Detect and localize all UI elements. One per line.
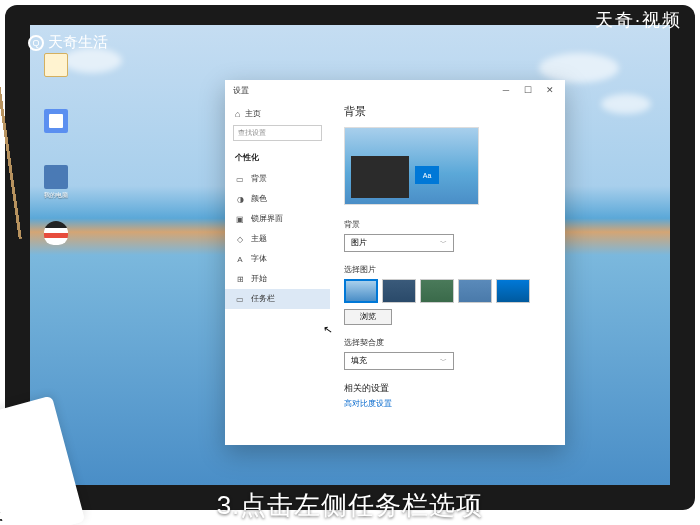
thumbnail[interactable] bbox=[420, 279, 454, 303]
browse-button[interactable]: 浏览 bbox=[344, 309, 392, 325]
background-preview bbox=[344, 127, 479, 205]
thumbnail[interactable] bbox=[344, 279, 378, 303]
browse-label: 浏览 bbox=[360, 312, 376, 322]
desktop-icon-file[interactable] bbox=[40, 53, 72, 91]
sidebar-item-fonts[interactable]: A 字体 bbox=[225, 249, 330, 269]
settings-window: 设置 ─ ☐ ✕ ⌂ 主页 查找设置 bbox=[225, 80, 565, 445]
picture-thumbnails bbox=[344, 279, 551, 303]
qq-icon bbox=[44, 221, 68, 245]
search-input[interactable]: 查找设置 bbox=[233, 125, 322, 141]
desktop-icon-qq[interactable] bbox=[40, 221, 72, 259]
sidebar-item-label: 任务栏 bbox=[251, 294, 275, 304]
background-dropdown[interactable]: 图片 ﹀ bbox=[344, 234, 454, 252]
fit-dropdown-label: 选择契合度 bbox=[344, 337, 551, 348]
sidebar-item-themes[interactable]: ◇ 主题 bbox=[225, 229, 330, 249]
window-title: 设置 bbox=[229, 85, 495, 96]
minimize-button[interactable]: ─ bbox=[495, 81, 517, 99]
brand-name: 天奇 bbox=[595, 10, 635, 30]
video-frame: 我的电脑 设置 ─ ☐ ✕ bbox=[0, 0, 700, 525]
background-dropdown-label: 背景 bbox=[344, 219, 551, 230]
home-icon: ⌂ bbox=[235, 109, 240, 119]
maximize-button[interactable]: ☐ bbox=[517, 81, 539, 99]
titlebar[interactable]: 设置 ─ ☐ ✕ bbox=[225, 80, 565, 100]
sidebar-item-label: 主题 bbox=[251, 234, 267, 244]
fonts-icon: A bbox=[235, 254, 245, 264]
settings-sidebar: ⌂ 主页 查找设置 个性化 ▭ 背景 ◑ 颜色 bbox=[225, 100, 330, 445]
brand-text: 天奇生活 bbox=[48, 33, 108, 52]
dropdown-value: 填充 bbox=[351, 356, 367, 366]
close-button[interactable]: ✕ bbox=[539, 81, 561, 99]
window-content: ⌂ 主页 查找设置 个性化 ▭ 背景 ◑ 颜色 bbox=[225, 100, 565, 445]
desktop-icon-browser[interactable] bbox=[40, 109, 72, 147]
icon-label: 我的电脑 bbox=[44, 191, 68, 200]
subtitle-caption: 3.点击左侧任务栏选项 bbox=[0, 488, 700, 523]
dropdown-value: 图片 bbox=[351, 238, 367, 248]
sidebar-item-start[interactable]: ⊞ 开始 bbox=[225, 269, 330, 289]
browser-icon bbox=[44, 109, 68, 133]
sidebar-item-colors[interactable]: ◑ 颜色 bbox=[225, 189, 330, 209]
sidebar-item-label: 颜色 bbox=[251, 194, 267, 204]
themes-icon: ◇ bbox=[235, 234, 245, 244]
desktop-icon-pc[interactable]: 我的电脑 bbox=[40, 165, 72, 203]
sidebar-item-label: 背景 bbox=[251, 174, 267, 184]
sidebar-item-label: 字体 bbox=[251, 254, 267, 264]
colors-icon: ◑ bbox=[235, 194, 245, 204]
home-label: 主页 bbox=[245, 108, 261, 119]
thumbnail[interactable] bbox=[458, 279, 492, 303]
preview-panel bbox=[351, 156, 409, 198]
sidebar-item-taskbar[interactable]: ▭ 任务栏 bbox=[225, 289, 330, 309]
tablet-bezel: 我的电脑 设置 ─ ☐ ✕ bbox=[5, 5, 695, 510]
choose-picture-label: 选择图片 bbox=[344, 264, 551, 275]
related-link[interactable]: 高对比度设置 bbox=[344, 399, 551, 409]
cloud-decoration bbox=[539, 53, 619, 83]
home-link[interactable]: ⌂ 主页 bbox=[225, 106, 330, 125]
thumbnail[interactable] bbox=[382, 279, 416, 303]
chevron-down-icon: ﹀ bbox=[440, 238, 447, 248]
sidebar-item-label: 开始 bbox=[251, 274, 267, 284]
start-icon: ⊞ bbox=[235, 274, 245, 284]
window-buttons: ─ ☐ ✕ bbox=[495, 81, 561, 99]
sidebar-item-lockscreen[interactable]: ▣ 锁屏界面 bbox=[225, 209, 330, 229]
sidebar-item-background[interactable]: ▭ 背景 bbox=[225, 169, 330, 189]
desktop-screen: 我的电脑 设置 ─ ☐ ✕ bbox=[30, 25, 670, 485]
pc-icon bbox=[44, 165, 68, 189]
file-icon bbox=[44, 53, 68, 77]
watermark-topleft: Q 天奇生活 bbox=[28, 33, 108, 52]
cloud-decoration bbox=[601, 94, 651, 114]
thumbnail[interactable] bbox=[496, 279, 530, 303]
sidebar-item-label: 锁屏界面 bbox=[251, 214, 283, 224]
related-heading: 相关的设置 bbox=[344, 382, 551, 395]
category-label: 个性化 bbox=[225, 149, 330, 169]
chevron-down-icon: ﹀ bbox=[440, 356, 447, 366]
desktop-icons: 我的电脑 bbox=[40, 53, 72, 259]
fit-dropdown[interactable]: 填充 ﹀ bbox=[344, 352, 454, 370]
background-icon: ▭ bbox=[235, 174, 245, 184]
taskbar-icon: ▭ bbox=[235, 294, 245, 304]
logo-icon: Q bbox=[28, 35, 44, 51]
brand-sub: 视频 bbox=[642, 10, 682, 30]
settings-main: 背景 背景 图片 ﹀ 选择图片 bbox=[330, 100, 565, 445]
page-title: 背景 bbox=[344, 104, 551, 119]
lockscreen-icon: ▣ bbox=[235, 214, 245, 224]
search-placeholder: 查找设置 bbox=[238, 128, 266, 138]
watermark-topright: 天奇·视频 bbox=[595, 8, 682, 32]
